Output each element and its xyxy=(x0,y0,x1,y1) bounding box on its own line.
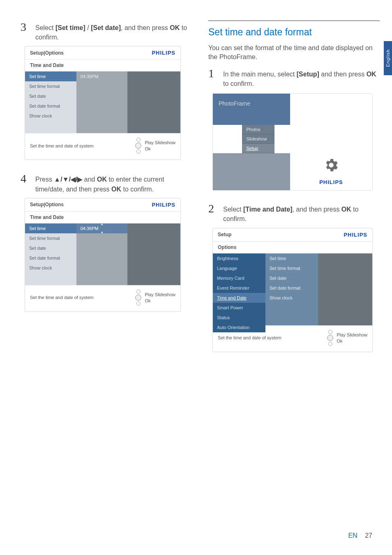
value-text: 04:36PM xyxy=(81,226,99,231)
pf-right-panel: PHILIPS xyxy=(290,94,372,190)
t: , and then press xyxy=(293,206,341,213)
breadcrumb: Setup|Options xyxy=(30,50,64,56)
ui-footer: Set the time and date of system Play Sli… xyxy=(25,285,180,311)
list-item[interactable]: Set date xyxy=(25,91,76,101)
time-date-screen-a: Setup|Options PHILIPS Time and Date Set … xyxy=(25,46,181,160)
step-number: 1 xyxy=(208,67,217,88)
brand-logo: PHILIPS xyxy=(344,232,367,238)
footer-page-number: 27 xyxy=(365,532,372,539)
step-text: Select [Set time] / [Set date], and then… xyxy=(35,21,192,42)
ok-label: OK xyxy=(367,71,376,78)
ui-header: Setup|Options PHILIPS xyxy=(25,198,180,212)
t: In the main menu, select xyxy=(223,71,297,78)
hint-text: Set the time and date of system xyxy=(218,335,281,340)
submenu-column: Set time Set time format Set date Set da… xyxy=(265,253,318,325)
list-item[interactable]: Event Reminder xyxy=(213,283,265,293)
ok-label: Ok xyxy=(145,298,175,303)
list-item[interactable]: Setup xyxy=(242,144,274,153)
option-set-date: [Set date] xyxy=(91,24,121,31)
value-column: 04:36PM xyxy=(76,71,128,133)
list-item[interactable]: Set date xyxy=(265,273,318,283)
list-item[interactable]: Smart Power xyxy=(213,303,265,313)
brand-logo: PHILIPS xyxy=(152,50,175,56)
nav-cluster: Play Slideshow Ok xyxy=(327,330,367,346)
pf-menu: Photos Slideshow Setup xyxy=(242,125,274,153)
language-tab: English xyxy=(384,41,392,75)
ok-label: OK xyxy=(341,206,351,213)
t: Select xyxy=(223,206,243,213)
ok-label: OK xyxy=(170,24,180,31)
t: to confirm. xyxy=(223,80,254,87)
menu-column: Set time Set time format Set date Set da… xyxy=(25,223,76,285)
breadcrumb: Setup xyxy=(218,232,231,237)
option-setup: [Setup] xyxy=(297,71,319,78)
list-item[interactable]: Set time xyxy=(25,71,76,81)
list-item[interactable]: Set time format xyxy=(25,81,76,91)
t: and then press xyxy=(319,71,367,78)
ui-body: Brightness Language Memory Card Event Re… xyxy=(213,253,372,325)
list-item[interactable]: Set date format xyxy=(25,101,76,111)
section-heading: Set time and date format xyxy=(208,21,380,38)
page-footer: EN 27 xyxy=(348,532,372,539)
ui-body: Set time Set time format Set date Set da… xyxy=(25,223,180,285)
step-text: In the main menu, select [Setup] and the… xyxy=(223,67,380,88)
t: to confirm. xyxy=(121,186,154,193)
step-number: 3 xyxy=(21,21,30,42)
play-slideshow-label: Play Slideshow xyxy=(145,140,175,145)
nav-cluster: Play Slideshow Ok xyxy=(135,138,175,154)
play-slideshow-label: Play Slideshow xyxy=(337,332,367,337)
step-3: 3 Select [Set time] / [Set date], and th… xyxy=(21,21,192,42)
list-item[interactable]: Photos xyxy=(242,125,274,134)
intro-text: You can set the format of the time and d… xyxy=(208,44,380,62)
pf-menu-row: Photos Slideshow Setup xyxy=(213,125,290,153)
dpad-icon xyxy=(327,330,333,346)
list-item[interactable]: Set date xyxy=(25,243,76,253)
ui-subheader: Time and Date xyxy=(25,212,180,223)
list-item[interactable]: Status xyxy=(213,313,265,322)
list-item[interactable]: Set time format xyxy=(265,263,318,273)
list-item[interactable]: Show clock xyxy=(25,111,76,121)
list-item[interactable]: Set time format xyxy=(25,233,76,243)
chevron-up-icon: ▲ xyxy=(100,222,104,226)
time-value[interactable]: 04:36PM xyxy=(76,71,128,81)
list-item[interactable]: Memory Card xyxy=(213,273,265,283)
list-item[interactable]: Set date format xyxy=(25,253,76,263)
list-item[interactable]: Auto Orientation xyxy=(213,322,265,332)
list-item[interactable]: Time and Date xyxy=(213,293,265,303)
setup-options-screen: Setup PHILIPS Options Brightness Languag… xyxy=(212,228,373,352)
nav-cluster: Play Slideshow Ok xyxy=(135,290,175,306)
list-item[interactable]: Set time xyxy=(25,223,76,233)
arrow-keys: ▲/▼/◀/▶ xyxy=(54,176,82,183)
ui-subheader: Options xyxy=(213,242,372,253)
t: Press xyxy=(35,176,54,183)
step-text: Press ▲/▼/◀/▶ and OK to enter the curren… xyxy=(35,172,192,193)
list-item[interactable]: Brightness xyxy=(213,253,265,263)
list-item[interactable]: Slideshow xyxy=(242,134,274,144)
photoframe-main-menu: PhotoFrame Photos Slideshow Setup PHILIP… xyxy=(212,93,373,191)
time-value-editing[interactable]: ▲ 04:36PM ▼ xyxy=(76,223,128,233)
list-item[interactable]: Set date format xyxy=(265,283,318,293)
page-content: 3 Select [Set time] / [Set date], and th… xyxy=(0,0,392,381)
dpad-icon xyxy=(135,290,141,306)
brand-logo: PHILIPS xyxy=(152,202,175,208)
list-item[interactable]: Set time xyxy=(265,253,318,263)
hint-text: Set the time and date of system xyxy=(30,143,94,148)
step-number: 4 xyxy=(21,172,30,193)
empty-column xyxy=(318,253,372,325)
time-date-screen-b: Setup|Options PHILIPS Time and Date Set … xyxy=(25,198,181,312)
footer-lang: EN xyxy=(348,532,357,539)
step-number: 2 xyxy=(208,202,217,223)
left-column: 3 Select [Set time] / [Set date], and th… xyxy=(21,21,192,364)
list-item[interactable]: Show clock xyxy=(265,293,318,303)
empty-column xyxy=(127,223,180,285)
menu-column: Set time Set time format Set date Set da… xyxy=(25,71,76,133)
ui-body: Set time Set time format Set date Set da… xyxy=(25,71,180,133)
list-item[interactable]: Show clock xyxy=(25,263,76,273)
ui-header: Setup|Options PHILIPS xyxy=(25,46,180,60)
gear-icon xyxy=(323,157,339,173)
list-item[interactable]: Language xyxy=(213,263,265,273)
t: , and then press xyxy=(121,24,170,31)
pf-title: PhotoFrame xyxy=(213,94,290,125)
dpad-icon xyxy=(135,138,141,154)
hint-text: Set the time and date of system xyxy=(30,295,94,300)
